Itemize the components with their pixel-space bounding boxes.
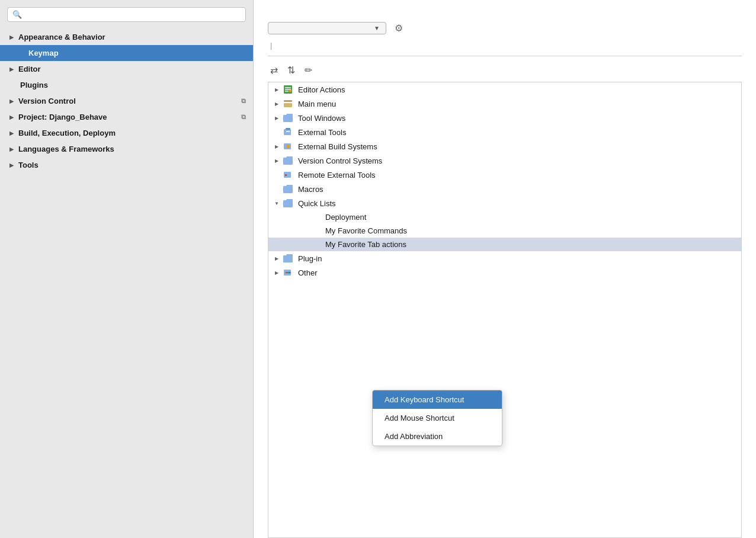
svg-point-17: [289, 272, 291, 274]
gear-button[interactable]: ⚙: [393, 21, 404, 35]
folder-icon: [283, 254, 293, 263]
tree-chevron-icon: ▶: [273, 158, 280, 164]
keymap-select[interactable]: ▼: [268, 22, 386, 34]
tree-chevron-icon: ▶: [273, 87, 280, 92]
sidebar-item-plugins[interactable]: Plugins: [0, 77, 253, 93]
copy-icon: ⧉: [241, 97, 246, 105]
keymap-controls: ▼ ⚙: [268, 21, 742, 35]
sidebar-item-appearance[interactable]: ▶Appearance & Behavior: [0, 29, 253, 45]
other-icon: [283, 268, 293, 277]
tree-item-label: Version Control Systems: [298, 156, 382, 165]
chevron-right-icon: ▶: [9, 66, 14, 72]
sidebar-item-editor[interactable]: ▶Editor: [0, 61, 253, 77]
sidebar-item-label: Keymap: [28, 49, 59, 57]
sidebar: 🔍 ▶Appearance & BehaviorKeymap▶EditorPlu…: [0, 0, 254, 538]
collapse-all-button[interactable]: ⇅: [285, 63, 297, 77]
tree-item-vcs[interactable]: ▶Version Control Systems: [268, 153, 741, 168]
search-input[interactable]: [25, 10, 241, 19]
get-keymaps-row: |: [268, 41, 742, 50]
copy-icon: ⧉: [241, 113, 246, 121]
remote-icon: [283, 170, 293, 180]
svg-rect-12: [284, 172, 291, 178]
svg-point-15: [286, 272, 287, 274]
tree-item-label: Other: [298, 268, 318, 277]
divider: [268, 56, 742, 56]
tree-item-label: Deployment: [325, 213, 366, 222]
svg-rect-8: [286, 128, 290, 130]
tree-item-tool-windows[interactable]: ▶Tool Windows: [268, 111, 741, 125]
folder-icon: [283, 184, 293, 194]
collapse-all-icon: ⇅: [287, 65, 295, 75]
edit-button[interactable]: ✏: [302, 63, 315, 77]
tree-item-remote-external[interactable]: Remote External Tools: [268, 168, 741, 182]
svg-rect-1: [285, 87, 291, 88]
sidebar-item-languages[interactable]: ▶Languages & Frameworks: [0, 141, 253, 157]
search-bar[interactable]: 🔍: [7, 7, 246, 22]
tree-chevron-icon: ▼: [273, 201, 280, 206]
tree-item-label: Quick Lists: [298, 199, 336, 208]
context-menu-item-add-keyboard-shortcut[interactable]: Add Keyboard Shortcut: [373, 390, 502, 409]
tree-chevron-icon: ▶: [273, 256, 280, 261]
tree-chevron-icon: ▶: [273, 270, 280, 276]
tree-item-favorite-tab[interactable]: My Favorite Tab actions: [268, 238, 741, 251]
tree-item-quick-lists[interactable]: ▼Quick Lists: [268, 196, 741, 210]
svg-rect-4: [289, 89, 291, 92]
sidebar-item-label: Project: Django_Behave: [18, 113, 107, 121]
chevron-right-icon: ▶: [9, 98, 14, 104]
tree-chevron-icon: ▶: [273, 116, 280, 121]
sidebar-item-label: Version Control: [18, 97, 76, 105]
get-more-keymaps-link[interactable]: |: [268, 41, 274, 50]
svg-rect-13: [285, 174, 287, 176]
edit-icon: ✏: [305, 65, 312, 75]
sidebar-item-label: Tools: [18, 161, 39, 169]
chevron-right-icon: ▶: [9, 146, 14, 152]
sidebar-item-version-control[interactable]: ▶Version Control⧉: [0, 93, 253, 109]
chevron-right-icon: ▶: [9, 114, 14, 120]
main-content: ▼ ⚙ | ⇄ ⇅ ✏ ▶Editor Actions▶Main menu▶To…: [254, 0, 756, 538]
svg-rect-6: [284, 103, 292, 107]
sidebar-item-label: Plugins: [20, 81, 48, 89]
expand-all-button[interactable]: ⇄: [268, 63, 280, 77]
tree-item-label: Macros: [298, 185, 323, 194]
tree-item-label: Plug-in: [298, 254, 322, 263]
external-icon: [283, 127, 293, 137]
svg-rect-7: [284, 129, 291, 135]
chevron-right-icon: ▶: [9, 34, 14, 40]
tree-item-label: Main menu: [298, 100, 336, 108]
tree-item-label: Tool Windows: [298, 114, 345, 123]
context-menu: Add Keyboard ShortcutAdd Mouse ShortcutA…: [372, 390, 502, 446]
tree-item-label: External Build Systems: [298, 142, 377, 151]
sidebar-item-build[interactable]: ▶Build, Execution, Deploym: [0, 125, 253, 141]
pipe-separator: |: [270, 41, 272, 50]
sidebar-item-keymap[interactable]: Keymap: [0, 45, 253, 61]
sidebar-item-label: Build, Execution, Deploym: [18, 129, 116, 137]
tree-item-label: My Favorite Commands: [325, 226, 407, 235]
context-menu-item-add-mouse-shortcut[interactable]: Add Mouse Shortcut: [373, 409, 502, 427]
tree-item-external-tools[interactable]: External Tools: [268, 125, 741, 139]
sidebar-item-label: Editor: [18, 65, 41, 73]
tree-item-external-build[interactable]: ▶External Build Systems: [268, 139, 741, 153]
svg-rect-3: [285, 91, 289, 92]
keymap-tree[interactable]: ▶Editor Actions▶Main menu▶Tool WindowsEx…: [268, 82, 742, 538]
sidebar-item-label: Appearance & Behavior: [18, 33, 105, 41]
tree-item-label: External Tools: [298, 128, 346, 137]
tree-item-deployment[interactable]: Deployment: [268, 210, 741, 224]
tree-item-plug-in[interactable]: ▶Plug-in: [268, 251, 741, 265]
tree-item-other[interactable]: ▶Other: [268, 265, 741, 280]
folder-icon: [283, 113, 293, 123]
chevron-down-icon: ▼: [374, 25, 380, 31]
context-menu-item-add-abbreviation[interactable]: Add Abbreviation: [373, 427, 502, 446]
tree-item-macros[interactable]: Macros: [268, 182, 741, 196]
chevron-right-icon: ▶: [9, 130, 14, 136]
tree-item-editor-actions[interactable]: ▶Editor Actions: [268, 82, 741, 97]
tree-chevron-icon: ▶: [273, 144, 280, 149]
menu-icon: [283, 99, 293, 108]
sidebar-item-tools[interactable]: ▶Tools: [0, 157, 253, 173]
sidebar-item-project[interactable]: ▶Project: Django_Behave⧉: [0, 109, 253, 125]
nav-items: ▶Appearance & BehaviorKeymap▶EditorPlugi…: [0, 29, 253, 173]
tree-item-main-menu[interactable]: ▶Main menu: [268, 97, 741, 111]
svg-point-11: [286, 145, 290, 148]
folder-icon: [283, 198, 293, 208]
tree-item-favorite-commands[interactable]: My Favorite Commands: [268, 224, 741, 238]
external-gear-icon: [283, 142, 293, 151]
